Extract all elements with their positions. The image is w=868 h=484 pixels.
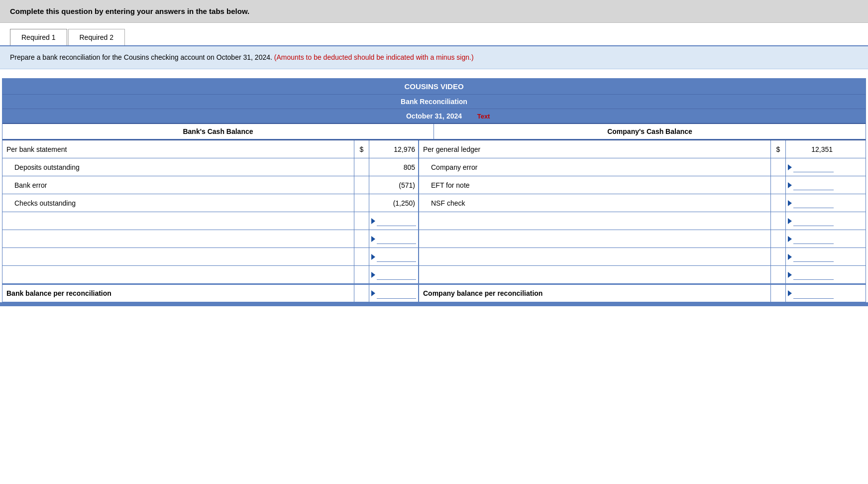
right-dollar-6: [771, 248, 786, 265]
footer-left-input[interactable]: [377, 288, 416, 299]
right-amount-input-7[interactable]: [786, 266, 836, 283]
footer-left-label: Bank balance per reconciliation: [2, 285, 354, 302]
left-dollar-1: [354, 158, 369, 176]
left-amount-0: 12,976: [369, 140, 419, 158]
left-input-6[interactable]: [377, 251, 416, 262]
right-label-4: [419, 212, 771, 230]
text-label: Text: [477, 113, 490, 120]
tabs-row: Required 1 Required 2: [10, 29, 858, 45]
left-label-7: [2, 266, 354, 283]
right-amount-input-4[interactable]: [786, 212, 836, 230]
right-label-2: EFT for note: [419, 176, 771, 194]
left-amount-2: (571): [369, 176, 419, 194]
left-amount-input-5[interactable]: [369, 230, 419, 247]
right-label-1: Company error: [419, 158, 771, 176]
table-subtitle: Bank Reconciliation: [2, 95, 866, 109]
left-label-3: Checks outstanding: [2, 194, 354, 212]
table-row: [2, 212, 866, 230]
col-header-bank: Bank's Cash Balance: [2, 124, 434, 139]
red-instruction-text: (Amounts to be deducted should be indica…: [274, 53, 474, 61]
right-amount-input-5[interactable]: [786, 230, 836, 247]
instruction-text: Complete this question by entering your …: [10, 7, 249, 15]
table-date-row: October 31, 2024 Text: [2, 109, 866, 124]
right-label-7: [419, 266, 771, 283]
left-label-4: [2, 212, 354, 230]
left-amount-input-7[interactable]: [369, 266, 419, 283]
right-amount-0: 12,351: [786, 140, 836, 158]
tri-icon: [788, 164, 792, 170]
tri-icon: [371, 218, 375, 224]
left-dollar-5: [354, 230, 369, 247]
footer-right-amount-input[interactable]: [786, 285, 836, 302]
tri-icon: [788, 218, 792, 224]
left-label-1: Deposits outstanding: [2, 158, 354, 176]
instruction-blue: Prepare a bank reconciliation for the Co…: [0, 46, 868, 69]
right-amount-input-6[interactable]: [786, 248, 836, 265]
footer-row: Bank balance per reconciliation Company …: [2, 284, 866, 302]
right-input-3[interactable]: [793, 198, 834, 208]
right-input-4[interactable]: [793, 216, 834, 226]
right-label-5: [419, 230, 771, 247]
right-input-7[interactable]: [793, 269, 834, 280]
right-input-6[interactable]: [793, 251, 834, 262]
footer-left-amount-input[interactable]: [369, 285, 419, 302]
table-row: Bank error (571) EFT for note: [2, 176, 866, 194]
left-amount-3: (1,250): [369, 194, 419, 212]
right-dollar-0: $: [771, 140, 786, 158]
table-row: Deposits outstanding 805 Company error: [2, 158, 866, 176]
right-amount-input-1[interactable]: [786, 158, 836, 176]
left-label-5: [2, 230, 354, 247]
right-dollar-7: [771, 266, 786, 283]
left-label-0: Per bank statement: [2, 140, 354, 158]
left-label-2: Bank error: [2, 176, 354, 194]
bank-reconciliation-table: COUSINS VIDEO Bank Reconciliation Octobe…: [2, 78, 866, 302]
footer-right-label: Company balance per reconciliation: [419, 285, 771, 302]
left-input-4[interactable]: [377, 216, 416, 226]
tri-icon: [788, 200, 792, 206]
left-dollar-0: $: [354, 140, 369, 158]
right-label-0: Per general ledger: [419, 140, 771, 158]
right-amount-input-2[interactable]: [786, 176, 836, 194]
right-amount-input-3[interactable]: [786, 194, 836, 212]
right-input-5[interactable]: [793, 234, 834, 244]
tri-icon: [371, 272, 375, 278]
tri-icon: [788, 254, 792, 260]
right-dollar-3: [771, 194, 786, 212]
col-header-company: Company's Cash Balance: [434, 124, 866, 139]
right-input-1[interactable]: [793, 162, 834, 172]
tri-icon: [788, 182, 792, 188]
tab-required-2[interactable]: Required 2: [68, 29, 125, 45]
left-input-5[interactable]: [377, 234, 416, 244]
table-row: [2, 266, 866, 284]
tri-icon: [371, 254, 375, 260]
left-dollar-6: [354, 248, 369, 265]
tabs-area: Required 1 Required 2: [0, 23, 868, 46]
right-dollar-5: [771, 230, 786, 247]
table-row: Checks outstanding (1,250) NSF check: [2, 194, 866, 212]
bottom-bar: [0, 302, 868, 306]
right-dollar-4: [771, 212, 786, 230]
footer-right-input[interactable]: [793, 288, 834, 299]
tri-icon: [371, 290, 375, 296]
tri-icon: [788, 272, 792, 278]
right-input-2[interactable]: [793, 180, 834, 190]
tri-icon: [371, 236, 375, 242]
tab-required-1[interactable]: Required 1: [10, 29, 67, 45]
left-amount-1: 805: [369, 158, 419, 176]
right-label-6: [419, 248, 771, 265]
instruction-bar: Complete this question by entering your …: [0, 0, 868, 23]
left-label-6: [2, 248, 354, 265]
column-headers: Bank's Cash Balance Company's Cash Balan…: [2, 124, 866, 140]
left-dollar-3: [354, 194, 369, 212]
left-dollar-2: [354, 176, 369, 194]
footer-left-dollar: [354, 285, 369, 302]
left-amount-input-4[interactable]: [369, 212, 419, 230]
tri-icon: [788, 236, 792, 242]
prepare-text: Prepare a bank reconciliation for the Co…: [10, 53, 272, 61]
footer-right-dollar: [771, 285, 786, 302]
left-input-7[interactable]: [377, 269, 416, 280]
table-row: Per bank statement $ 12,976 Per general …: [2, 140, 866, 158]
left-dollar-4: [354, 212, 369, 230]
left-amount-input-6[interactable]: [369, 248, 419, 265]
right-dollar-1: [771, 158, 786, 176]
